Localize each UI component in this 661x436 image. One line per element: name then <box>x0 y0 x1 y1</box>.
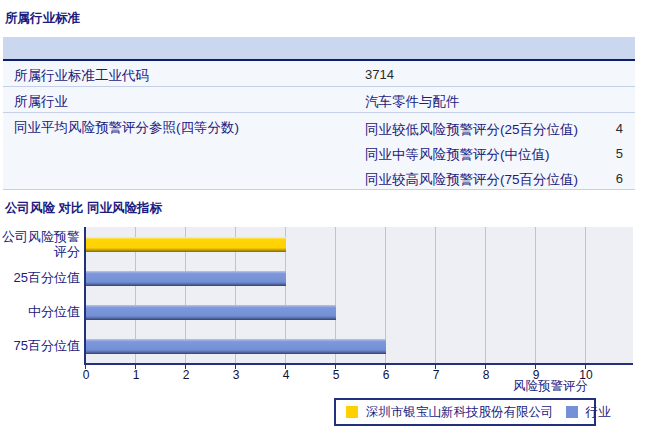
subrow-label: 同业中等风险预警评分(中位值) <box>365 146 550 164</box>
subrow-label: 同业较低风险预警评分(25百分位值) <box>365 121 578 139</box>
x-tick-label-5: 5 <box>321 368 351 382</box>
section-title-industry-standard: 所属行业标准 <box>5 10 80 27</box>
subrow-median: 同业中等风险预警评分(中位值) 5 <box>365 140 627 165</box>
subrow-value: 6 <box>573 171 623 186</box>
x-tick-label-9: 9 <box>521 368 551 382</box>
bar-中分位值 <box>86 305 336 320</box>
chart-x-axis-title: 风险预警评分 <box>438 378 588 395</box>
gridline-9 <box>535 227 536 363</box>
y-axis-label-0: 公司风险预警评分 <box>0 227 80 261</box>
chart-x-axis-line <box>84 363 633 365</box>
row-value-sic-code: 3714 <box>365 67 394 82</box>
y-axis-label-2: 中分位值 <box>0 295 80 329</box>
row-label-sic-code: 所属行业标准工业代码 <box>14 67 149 85</box>
legend-swatch-industry <box>566 406 578 418</box>
x-tick-label-10: 10 <box>571 368 601 382</box>
row-label-industry: 所属行业 <box>14 93 68 111</box>
x-tick-label-6: 6 <box>371 368 401 382</box>
legend-swatch-company <box>346 406 358 418</box>
chart-plot-area <box>86 227 633 363</box>
table-row: 所属行业 汽车零件与配件 <box>3 87 635 113</box>
chart-legend: 深圳市银宝山新科技股份有限公司行业 <box>334 398 596 426</box>
x-tick-label-3: 3 <box>221 368 251 382</box>
y-axis-label-3: 75百分位值 <box>0 329 80 363</box>
x-tick-label-4: 4 <box>271 368 301 382</box>
gridline-7 <box>435 227 436 363</box>
row-value-industry: 汽车零件与配件 <box>365 93 460 111</box>
y-axis-label-1: 25百分位值 <box>0 261 80 295</box>
row-label-peer-reference: 同业平均风险预警评分参照(四等分数) <box>14 119 239 137</box>
table-row-peer-scores: 同业平均风险预警评分参照(四等分数) 同业较低风险预警评分(25百分位值) 4 … <box>3 113 635 190</box>
subrow-label: 同业较高风险预警评分(75百分位值) <box>365 171 578 189</box>
subrow-75th-percentile: 同业较高风险预警评分(75百分位值) 6 <box>365 165 627 190</box>
bar-75百分位值 <box>86 339 386 354</box>
legend-label-company: 深圳市银宝山新科技股份有限公司 <box>366 404 554 421</box>
x-tick-label-7: 7 <box>421 368 451 382</box>
report-page: 所属行业标准 所属行业标准工业代码 3714 所属行业 汽车零件与配件 同业平均… <box>0 0 661 436</box>
bar-25百分位值 <box>86 271 286 286</box>
bar-公司风险预警评分 <box>86 237 286 252</box>
x-tick-label-2: 2 <box>171 368 201 382</box>
x-tick-label-0: 0 <box>71 368 101 382</box>
industry-standard-table: 所属行业标准工业代码 3714 所属行业 汽车零件与配件 同业平均风险预警评分参… <box>3 37 635 190</box>
table-row: 所属行业标准工业代码 3714 <box>3 61 635 87</box>
subrow-25th-percentile: 同业较低风险预警评分(25百分位值) 4 <box>365 115 627 140</box>
chart-category-axis: 公司风险预警评分25百分位值中分位值75百分位值 <box>0 227 80 364</box>
gridline-8 <box>485 227 486 363</box>
subrow-value: 4 <box>573 121 623 136</box>
subrow-value: 5 <box>573 146 623 161</box>
x-tick-label-8: 8 <box>471 368 501 382</box>
legend-label-industry: 行业 <box>586 404 611 421</box>
section-title-risk-comparison: 公司风险 对比 同业风险指标 <box>5 200 162 217</box>
x-tick-label-1: 1 <box>121 368 151 382</box>
gridline-10 <box>585 227 586 363</box>
table-header-band <box>3 37 635 61</box>
